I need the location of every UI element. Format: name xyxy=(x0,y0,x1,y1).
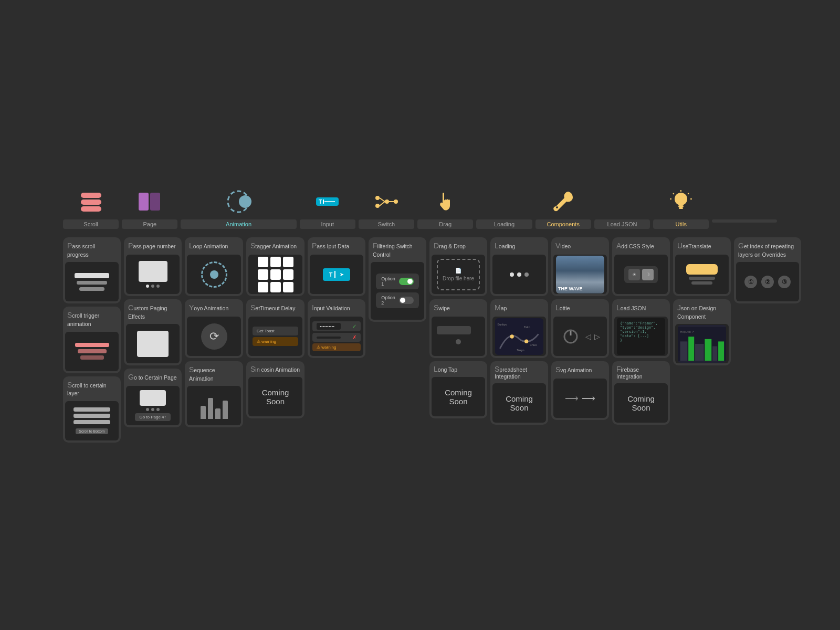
drag-drop-card[interactable]: Drag & Drop 📄 Drop file here xyxy=(429,237,487,296)
val-row-2: ✗ xyxy=(312,333,361,342)
css-toggle-group: ☀ ☽ xyxy=(624,266,658,283)
page-header: Page xyxy=(122,187,177,229)
map-title: Map xyxy=(490,299,548,314)
wave-text: THE WAVE xyxy=(558,286,582,291)
drag-drop-title: Drag & Drop xyxy=(429,237,487,253)
lottie-title: Lottie xyxy=(551,299,609,314)
pass-page-card[interactable]: Pass page number xyxy=(124,237,182,296)
switch-filter-card[interactable]: Filltering Switch Control Option 1 Optio… xyxy=(369,237,426,322)
val-input-2 xyxy=(317,337,340,339)
stagger-card[interactable]: Stagger Animation xyxy=(246,237,304,296)
switch-toggle-1[interactable] xyxy=(399,278,414,285)
scroll-certain-card[interactable]: Scroll to certain layer Scroll to Bottom xyxy=(63,376,121,443)
pass-scroll-card[interactable]: Pass scroll progress xyxy=(63,237,121,303)
map-svg: Bunkyo Taito Tokyo Chuo xyxy=(495,318,543,355)
json-content: {"name":"Framer", "type":"design", "vers… xyxy=(617,318,665,355)
lottie-card[interactable]: Lottie ◁ ▷ xyxy=(551,299,609,358)
utils-column-2: Get index of repeating layers on Overrid… xyxy=(734,237,801,442)
toast-row-1: Get Toast xyxy=(253,327,299,335)
animation-sub-cols: Loop Animation Yoyo Animation ⟳ xyxy=(185,237,304,427)
svg-text:T: T xyxy=(319,199,322,205)
input-validation-title: Input Validation xyxy=(308,299,365,314)
svg-rect-39 xyxy=(705,339,712,361)
drag-label: Drag xyxy=(417,219,473,229)
swipe-card[interactable]: Swipe xyxy=(429,299,487,358)
svg-point-28 xyxy=(524,339,528,343)
stagger-title: Stagger Animation xyxy=(246,237,304,253)
components-header: Components xyxy=(536,187,591,229)
main-container: Scroll Page Animation xyxy=(63,187,777,442)
get-index-title: Get index of repeating layers on Overrid… xyxy=(734,237,801,260)
switch-column: Filltering Switch Control Option 1 Optio… xyxy=(369,237,426,442)
map-preview: Bunkyo Taito Tokyo Chuo xyxy=(492,317,546,356)
video-preview: THE WAVE xyxy=(553,255,607,294)
css-btn-1: ☀ xyxy=(628,269,640,280)
add-css-card[interactable]: Add CSS Style ☀ ☽ xyxy=(612,237,670,296)
svg-anim-card[interactable]: Svg Animation ⟶ ⟶ xyxy=(551,361,609,420)
css-btn-2: ☽ xyxy=(642,269,654,280)
video-title: Video xyxy=(551,237,609,253)
scroll-certain-title: Scroll to certain layer xyxy=(63,376,121,399)
toast-content: Get Toast ⚠ warning xyxy=(253,327,299,346)
loading-label: Loading xyxy=(476,219,532,229)
switch-content: Option 1 Option 2 xyxy=(376,274,419,308)
stagger-preview xyxy=(248,255,302,294)
sequence-card[interactable]: Sequence Animation xyxy=(185,361,243,427)
map-card[interactable]: Map Bunkyo Taito Tokyo Chuo xyxy=(490,299,548,358)
scroll-column: Pass scroll progress Scroll trigger anim… xyxy=(63,237,121,442)
svg-anim-preview: ⟶ ⟶ xyxy=(553,379,607,418)
json-design-card[interactable]: Json on Design Component HelpJob ↗ xyxy=(673,299,731,365)
cards-section: Pass scroll progress Scroll trigger anim… xyxy=(63,237,777,442)
settimeout-title: SetTimeout Delay xyxy=(246,299,304,314)
svg-text:Chuo: Chuo xyxy=(530,343,537,346)
input-label: Input xyxy=(300,219,355,229)
components-icon-box xyxy=(549,187,578,216)
custom-paging-preview xyxy=(126,324,180,363)
video-card[interactable]: Video THE WAVE xyxy=(551,237,609,296)
long-tap-card[interactable]: Long Tap ComingSoon xyxy=(429,361,487,418)
json-line-1: {"name":"Framer", xyxy=(620,321,662,326)
get-index-card[interactable]: Get index of repeating layers on Overrid… xyxy=(734,237,801,303)
load-json-card[interactable]: Load JSON {"name":"Framer", "type":"desi… xyxy=(612,299,670,358)
goto-page-card[interactable]: Go to Certain Page Go to Page 4↑ xyxy=(124,369,182,427)
swipe-bar-1 xyxy=(437,326,471,334)
goto-rect xyxy=(140,390,166,406)
svg-icon-1: ⟶ xyxy=(565,393,579,404)
yoyo-card[interactable]: Yoyo Animation ⟳ xyxy=(185,299,243,358)
settimeout-card[interactable]: SetTimeout Delay Get Toast ⚠ warning xyxy=(246,299,304,358)
loading-card[interactable]: Loading xyxy=(490,237,548,296)
switch-toggle-2[interactable] xyxy=(399,297,414,304)
val-row-1: •••••••••• ✓ xyxy=(312,321,361,331)
drag-icon-box xyxy=(431,187,460,216)
page-column: Pass page number Custom Paging Effects xyxy=(124,237,182,442)
input-validation-card[interactable]: Input Validation •••••••••• ✓ ✗ ⚠ warnin… xyxy=(308,299,365,358)
loop-anim-card[interactable]: Loop Animation xyxy=(185,237,243,296)
anim-subcol-1: Loop Animation Yoyo Animation ⟳ xyxy=(185,237,243,427)
pass-input-card[interactable]: Pass Iput Data T ➤ xyxy=(308,237,365,296)
sincos-card[interactable]: Sin cosin Animation ComingSoon xyxy=(246,361,304,418)
long-tap-coming-soon: ComingSoon xyxy=(445,388,472,406)
svg-point-27 xyxy=(510,334,514,338)
wave-title-text: THE WAVE xyxy=(558,286,582,291)
firebase-card[interactable]: Firebase Integration ComingSoon xyxy=(612,361,670,425)
sequence-bars xyxy=(201,393,228,419)
category-headers: Scroll Page Animation xyxy=(63,187,777,229)
add-css-title: Add CSS Style xyxy=(612,237,670,253)
svg-anim-title: Svg Animation xyxy=(551,361,609,376)
sc-2 xyxy=(270,257,281,267)
trigger-bar-1 xyxy=(75,343,109,347)
translate-box xyxy=(686,264,718,275)
custom-paging-title: Custom Paging Effects xyxy=(124,299,182,322)
custom-paging-card[interactable]: Custom Paging Effects xyxy=(124,299,182,365)
long-tap-preview: ComingSoon xyxy=(432,377,485,416)
animation-label: Animation xyxy=(181,219,296,229)
usetranslate-card[interactable]: UseTranslate xyxy=(673,237,731,296)
svg-point-11 xyxy=(375,196,380,200)
animation-column: Loop Animation Yoyo Animation ⟳ xyxy=(185,237,304,442)
drag-header: Drag xyxy=(417,187,473,229)
loop-circle xyxy=(201,261,227,288)
spreadsheet-card[interactable]: Spreadsheet Integration ComingSoon xyxy=(490,361,548,425)
load-json-title: Load JSON xyxy=(612,299,670,314)
utils2-header xyxy=(712,187,777,229)
scroll-trigger-card[interactable]: Scroll trigger animation xyxy=(63,307,121,373)
